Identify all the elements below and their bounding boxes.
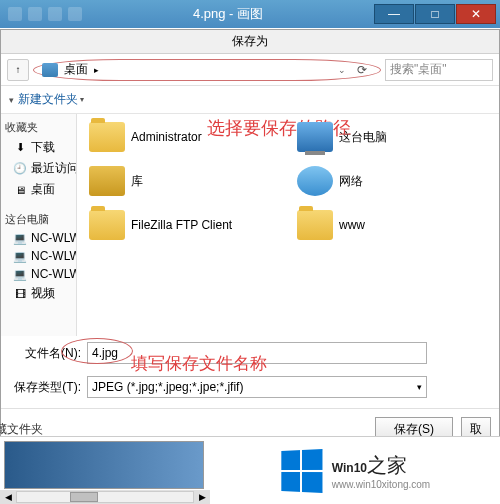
- scroll-left-icon[interactable]: ◀: [0, 492, 16, 502]
- computer-icon: 💻: [13, 267, 27, 281]
- computer-icon: 💻: [13, 249, 27, 263]
- folder-icon: [297, 210, 333, 240]
- chevron-down-icon: ▾: [80, 95, 84, 104]
- sidebar-item-recent[interactable]: 🕘最近访问的位置: [1, 158, 76, 179]
- chevron-down-icon: ▾: [417, 382, 422, 392]
- close-button[interactable]: ✕: [456, 4, 496, 24]
- sidebar-item-videos[interactable]: 🎞视频: [1, 283, 76, 304]
- download-icon: ⬇: [13, 141, 27, 155]
- footer-strip: ◀ ▶ Win10之家 www.win10xitong.com: [0, 436, 500, 504]
- sidebar-favorites-header[interactable]: 收藏夹: [1, 118, 76, 137]
- scrollbar-thumb[interactable]: [70, 492, 98, 502]
- brand-text: Win10之家: [332, 452, 430, 479]
- search-input[interactable]: 搜索"桌面": [385, 59, 493, 81]
- sidebar-item-desktop[interactable]: 🖥桌面: [1, 179, 76, 200]
- horizontal-scrollbar[interactable]: ◀ ▶: [0, 490, 210, 504]
- file-item[interactable]: www: [297, 210, 487, 240]
- address-bar: ↑ 桌面 ▸ ⌄ ⟳ 搜索"桌面": [1, 54, 499, 86]
- refresh-icon[interactable]: ⟳: [352, 60, 372, 80]
- recent-icon: 🕘: [13, 162, 27, 176]
- file-item[interactable]: 库: [89, 166, 279, 196]
- dialog-body: 收藏夹 ⬇下载 🕘最近访问的位置 🖥桌面 这台电脑 💻NC-WLWANG 💻NC…: [1, 114, 499, 336]
- filetype-label: 保存类型(T):: [11, 379, 81, 396]
- qat-icon[interactable]: [68, 7, 82, 21]
- video-icon: 🎞: [13, 287, 27, 301]
- watermark: Win10之家 www.win10xitong.com: [210, 450, 500, 492]
- sidebar-item-downloads[interactable]: ⬇下载: [1, 137, 76, 158]
- maximize-button[interactable]: □: [415, 4, 455, 24]
- breadcrumb[interactable]: 桌面 ▸ ⌄ ⟳: [33, 59, 381, 81]
- dropdown-icon[interactable]: ⌄: [338, 65, 346, 75]
- scroll-right-icon[interactable]: ▶: [194, 492, 210, 502]
- sidebar-item-pc[interactable]: 💻NC-WLWANG: [1, 247, 76, 265]
- libraries-icon: [89, 166, 125, 196]
- brand-url: www.win10xitong.com: [332, 479, 430, 490]
- file-list[interactable]: 选择要保存的路径 Administrator 这台电脑 库 网络 FileZil…: [77, 114, 499, 336]
- nav-up-button[interactable]: ↑: [7, 59, 29, 81]
- computer-icon: 💻: [13, 231, 27, 245]
- nav-sidebar: 收藏夹 ⬇下载 🕘最近访问的位置 🖥桌面 这台电脑 💻NC-WLWANG 💻NC…: [1, 114, 77, 336]
- minimize-button[interactable]: —: [374, 4, 414, 24]
- breadcrumb-location: 桌面: [64, 61, 88, 78]
- new-folder-button[interactable]: 新建文件夹: [18, 91, 78, 108]
- filename-row: 文件名(N): 填写保存文件名称: [1, 336, 499, 370]
- file-item[interactable]: FileZilla FTP Client: [89, 210, 279, 240]
- qat-icon[interactable]: [28, 7, 42, 21]
- desktop-icon: 🖥: [13, 183, 27, 197]
- folder-icon: [89, 210, 125, 240]
- sidebar-item-pc[interactable]: 💻NC-WLWANG: [1, 265, 76, 283]
- organize-chevron-icon[interactable]: ▾: [9, 95, 14, 105]
- network-icon: [297, 166, 333, 196]
- desktop-icon: [42, 63, 58, 77]
- sidebar-thispc-header[interactable]: 这台电脑: [1, 210, 76, 229]
- search-placeholder: 搜索"桌面": [390, 61, 447, 78]
- save-as-dialog: 保存为 ↑ 桌面 ▸ ⌄ ⟳ 搜索"桌面" ▾ 新建文件夹 ▾ 收藏夹 ⬇下载 …: [0, 29, 500, 504]
- sidebar-item-pc[interactable]: 💻NC-WLWANG: [1, 229, 76, 247]
- taskbar-thumbnail: [4, 441, 204, 489]
- window-controls: — □ ✕: [374, 4, 496, 24]
- filetype-select[interactable]: JPEG (*.jpg;*.jpeg;*.jpe;*.jfif) ▾: [87, 376, 427, 398]
- qat-icon[interactable]: [8, 7, 22, 21]
- hide-folders-link[interactable]: 藏文件夹: [0, 421, 43, 438]
- filetype-row: 保存类型(T): JPEG (*.jpg;*.jpeg;*.jpe;*.jfif…: [1, 370, 499, 404]
- computer-icon: [297, 122, 333, 152]
- app-titlebar: 4.png - 画图 — □ ✕: [0, 0, 500, 28]
- windows-logo-icon: [281, 449, 322, 493]
- chevron-right-icon: ▸: [94, 65, 99, 75]
- dialog-toolbar: ▾ 新建文件夹 ▾: [1, 86, 499, 114]
- dialog-title: 保存为: [1, 30, 499, 54]
- quick-access-toolbar: [4, 7, 82, 21]
- folder-icon: [89, 122, 125, 152]
- file-item[interactable]: 网络: [297, 166, 487, 196]
- window-title: 4.png - 画图: [82, 5, 374, 23]
- filename-label: 文件名(N):: [11, 345, 81, 362]
- qat-icon[interactable]: [48, 7, 62, 21]
- file-item[interactable]: 这台电脑: [297, 122, 487, 152]
